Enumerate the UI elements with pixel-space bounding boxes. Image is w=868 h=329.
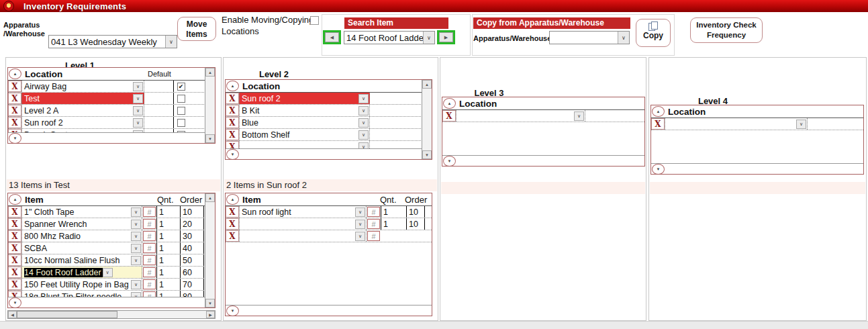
delete-location-button[interactable]: X xyxy=(226,105,239,116)
location-name-cell[interactable]: Bottom Shelf ∨ xyxy=(239,129,370,140)
item-row[interactable]: X 150 Feet Utility Rope in Bag ∨ # 1 70 xyxy=(8,279,215,291)
chevron-down-icon[interactable]: ∨ xyxy=(131,207,141,217)
default-cell[interactable] xyxy=(173,105,206,116)
item-row[interactable]: X 10cc Normal Saline Flush ∨ # 1 50 xyxy=(8,254,215,267)
delete-location-button[interactable]: X xyxy=(226,129,239,140)
inventory-check-frequency-button[interactable]: Inventory Check Frequency xyxy=(690,17,763,43)
location-name-cell[interactable]: Blue ∨ xyxy=(239,117,370,128)
location-row[interactable]: X Airway Bag ∨ xyxy=(8,81,215,93)
hash-number-button[interactable]: # xyxy=(143,219,156,229)
move-items-button[interactable]: Move Items xyxy=(177,17,216,41)
item-row[interactable]: X ∨ # xyxy=(226,230,432,242)
chevron-down-icon[interactable]: ∨ xyxy=(133,94,143,103)
move-down-button[interactable]: ▼ xyxy=(226,149,239,160)
item-row[interactable]: X SCBA ∨ # 1 40 xyxy=(8,242,215,254)
item-row[interactable]: X ∨ # 1 10 xyxy=(226,218,432,230)
delete-item-button[interactable]: X xyxy=(8,254,21,266)
delete-item-button[interactable]: X xyxy=(8,218,21,230)
delete-item-button[interactable]: X xyxy=(8,206,21,218)
item-name-cell[interactable]: 10cc Normal Saline Flush ∨ xyxy=(21,254,142,266)
location-row[interactable]: X Sun roof 2 ∨ xyxy=(8,117,215,129)
chevron-down-icon[interactable]: ∨ xyxy=(358,118,369,128)
item-row[interactable]: X 1" Cloth Tape ∨ # 1 10 xyxy=(8,206,215,218)
item-row[interactable]: X 14 Foot Roof Ladder ∨ # 1 60 xyxy=(8,267,215,279)
move-up-button[interactable]: ▲ xyxy=(443,98,456,109)
chevron-down-icon[interactable]: ∨ xyxy=(131,280,141,289)
chevron-down-icon[interactable]: ∨ xyxy=(358,130,369,140)
location-name-cell[interactable]: Sun roof 2 ∨ xyxy=(239,93,370,104)
move-down-button[interactable]: ▼ xyxy=(9,297,21,308)
default-checkbox[interactable] xyxy=(177,95,185,103)
search-item-select[interactable]: 14 Foot Roof Ladder ∨ xyxy=(344,31,435,44)
scrollbar-thumb[interactable] xyxy=(17,311,117,318)
default-cell[interactable] xyxy=(173,81,206,92)
delete-item-button[interactable]: X xyxy=(226,230,239,242)
move-down-button[interactable]: ▼ xyxy=(652,164,665,175)
chevron-down-icon[interactable]: ∨ xyxy=(358,106,369,115)
quantity-cell[interactable]: 1 xyxy=(156,279,180,290)
chevron-down-icon[interactable]: ∨ xyxy=(133,82,143,91)
location-name-cell[interactable]: Test ∨ xyxy=(21,93,144,104)
location-row[interactable]: X ∨ xyxy=(442,110,644,122)
quantity-cell[interactable]: 1 xyxy=(156,206,180,218)
item-name-cell[interactable]: SCBA ∨ xyxy=(21,242,142,254)
quantity-cell[interactable]: 1 xyxy=(381,206,406,218)
move-up-button[interactable]: ▲ xyxy=(652,106,665,117)
delete-item-button[interactable]: X xyxy=(226,218,239,230)
item-row[interactable]: X Spanner Wrench ∨ # 1 20 xyxy=(8,218,215,230)
location-row[interactable]: X ∨ xyxy=(651,118,863,130)
item-name-cell[interactable]: Spanner Wrench ∨ xyxy=(21,218,142,230)
hash-number-button[interactable]: # xyxy=(367,207,380,217)
quantity-cell[interactable]: 1 xyxy=(156,230,180,242)
location-name-cell[interactable]: ∨ xyxy=(665,118,808,130)
item-name-cell[interactable]: Sun roof light ∨ xyxy=(239,206,367,218)
hash-number-button[interactable]: # xyxy=(143,231,156,241)
hash-number-button[interactable]: # xyxy=(143,207,156,217)
delete-item-button[interactable]: X xyxy=(8,279,21,290)
move-up-button[interactable]: ▲ xyxy=(226,194,239,205)
order-cell[interactable]: 10 xyxy=(406,206,425,218)
location-name-cell[interactable]: Airway Bag ∨ xyxy=(21,81,144,92)
location-name-cell[interactable]: B Kit ∨ xyxy=(239,105,370,116)
quantity-cell[interactable]: 1 xyxy=(156,242,180,254)
chevron-down-icon[interactable]: ∨ xyxy=(131,244,141,253)
vertical-scrollbar[interactable]: ▲ ▼ xyxy=(205,193,215,308)
scroll-left-icon[interactable]: ◀ xyxy=(8,311,17,318)
chevron-down-icon[interactable]: ∨ xyxy=(358,94,369,103)
default-checkbox[interactable] xyxy=(177,107,185,115)
delete-location-button[interactable]: X xyxy=(226,117,239,128)
chevron-down-icon[interactable]: ∨ xyxy=(355,232,365,241)
apparatus-warehouse-select[interactable]: 041 L3 Wednesday Weekly ∨ xyxy=(48,35,177,48)
scroll-down-icon[interactable]: ▼ xyxy=(205,134,215,143)
scroll-up-icon[interactable]: ▲ xyxy=(422,80,432,89)
order-cell[interactable] xyxy=(406,230,425,242)
quantity-cell[interactable] xyxy=(381,230,406,242)
chevron-down-icon[interactable]: ∨ xyxy=(133,106,143,115)
move-down-button[interactable]: ▼ xyxy=(443,156,456,167)
scroll-down-icon[interactable]: ▼ xyxy=(205,299,215,308)
delete-location-button[interactable]: X xyxy=(8,93,21,104)
chevron-down-icon[interactable]: ∨ xyxy=(796,120,806,129)
chevron-down-icon[interactable]: ∨ xyxy=(355,220,365,229)
vertical-scrollbar[interactable]: ▲ ▼ xyxy=(205,68,215,143)
item-name-cell[interactable]: 150 Feet Utility Rope in Bag ∨ xyxy=(21,279,142,290)
scroll-up-icon[interactable]: ▲ xyxy=(205,68,215,77)
location-row[interactable]: X Level 2 A ∨ xyxy=(8,105,215,117)
chevron-down-icon[interactable]: ∨ xyxy=(131,220,141,229)
order-cell[interactable]: 70 xyxy=(180,279,204,290)
location-row[interactable]: X Bottom Shelf ∨ xyxy=(226,129,432,141)
delete-item-button[interactable]: X xyxy=(226,206,239,218)
item-name-cell[interactable]: 1" Cloth Tape ∨ xyxy=(21,206,142,218)
order-cell[interactable]: 50 xyxy=(180,254,204,266)
default-cell[interactable] xyxy=(173,117,206,128)
location-row[interactable]: X Blue ∨ xyxy=(226,117,432,129)
item-name-cell[interactable]: ∨ xyxy=(239,230,367,242)
delete-location-button[interactable]: X xyxy=(442,110,456,122)
scroll-down-icon[interactable]: ▼ xyxy=(422,150,432,159)
move-up-button[interactable]: ▲ xyxy=(9,68,21,79)
scroll-right-icon[interactable]: ▶ xyxy=(206,311,215,318)
location-name-cell[interactable]: Level 2 A ∨ xyxy=(21,105,144,116)
chevron-down-icon[interactable]: ∨ xyxy=(165,36,177,48)
delete-location-button[interactable]: X xyxy=(651,118,665,130)
location-row[interactable]: X Test ∨ xyxy=(8,93,215,105)
